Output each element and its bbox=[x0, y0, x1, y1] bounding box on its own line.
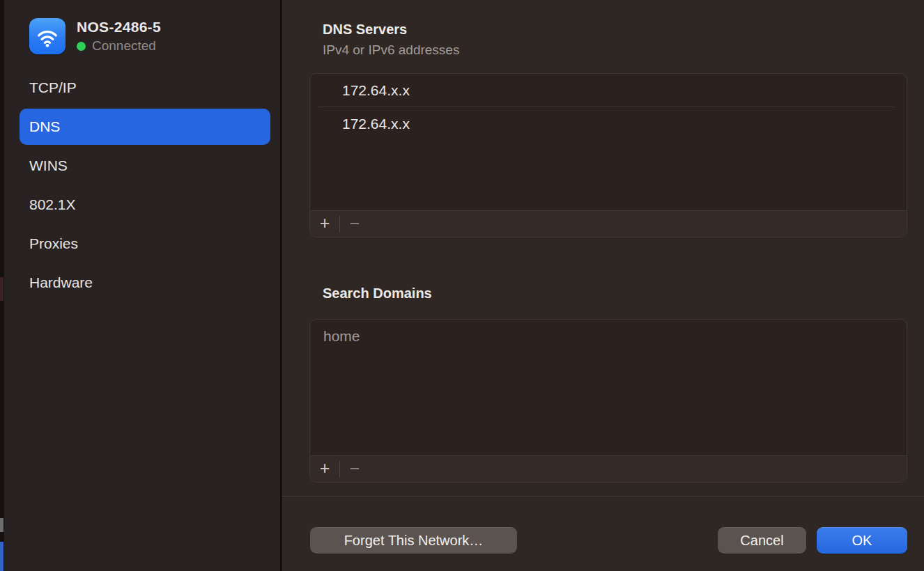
network-status: Connected bbox=[77, 38, 161, 54]
sidebar-item-tcpip[interactable]: TCP/IP bbox=[20, 70, 270, 106]
connected-status-label: Connected bbox=[92, 38, 156, 54]
ok-button[interactable]: OK bbox=[817, 527, 907, 554]
sidebar-item-8021x[interactable]: 802.1X bbox=[20, 187, 270, 223]
sidebar-item-wins[interactable]: WINS bbox=[20, 148, 270, 184]
sidebar-item-proxies[interactable]: Proxies bbox=[20, 226, 270, 262]
dns-servers-list-footer: + − bbox=[310, 210, 907, 237]
footer-divider bbox=[282, 496, 924, 496]
search-domains-list-footer: + − bbox=[310, 455, 907, 482]
wifi-details-window: NOS-2486-5 Connected TCP/IP DNS WINS 802… bbox=[0, 0, 924, 571]
add-search-domain-button[interactable]: + bbox=[310, 456, 339, 483]
background-window-fragment bbox=[0, 277, 3, 301]
search-domain-value: home bbox=[323, 328, 360, 345]
network-header: NOS-2486-5 Connected bbox=[29, 18, 161, 54]
forget-network-button[interactable]: Forget This Network… bbox=[310, 527, 517, 554]
sidebar-item-hardware[interactable]: Hardware bbox=[20, 265, 270, 301]
sidebar: NOS-2486-5 Connected TCP/IP DNS WINS 802… bbox=[4, 0, 280, 571]
dns-server-row[interactable]: 172.64.x.x bbox=[310, 107, 907, 141]
wifi-icon bbox=[29, 18, 66, 54]
dns-server-row[interactable]: 172.64.x.x bbox=[310, 74, 907, 107]
connected-status-dot bbox=[77, 42, 86, 51]
cancel-button[interactable]: Cancel bbox=[718, 527, 806, 554]
network-meta: NOS-2486-5 Connected bbox=[77, 19, 161, 54]
dns-server-value: 172.64.x.x bbox=[342, 82, 410, 99]
dns-server-value: 172.64.x.x bbox=[342, 116, 410, 132]
background-window-fragment bbox=[0, 542, 3, 571]
network-name: NOS-2486-5 bbox=[77, 19, 161, 36]
search-domains-listbox: home + − bbox=[309, 319, 907, 483]
dns-servers-subtitle: IPv4 or IPv6 addresses bbox=[323, 42, 459, 58]
sidebar-nav: TCP/IP DNS WINS 802.1X Proxies Hardware bbox=[20, 70, 270, 304]
add-dns-server-button[interactable]: + bbox=[310, 211, 339, 237]
dns-servers-listbox: 172.64.x.x 172.64.x.x + − bbox=[309, 73, 907, 237]
search-domains-rows: home bbox=[310, 320, 907, 353]
search-domain-row[interactable]: home bbox=[310, 320, 907, 353]
sidebar-item-dns[interactable]: DNS bbox=[20, 109, 270, 145]
content-panel: DNS Servers IPv4 or IPv6 addresses 172.6… bbox=[282, 0, 924, 571]
dns-servers-title: DNS Servers bbox=[323, 22, 407, 38]
search-domains-title: Search Domains bbox=[323, 286, 432, 302]
dns-servers-rows: 172.64.x.x 172.64.x.x bbox=[310, 74, 907, 141]
remove-search-domain-button[interactable]: − bbox=[340, 456, 369, 483]
remove-dns-server-button[interactable]: − bbox=[340, 211, 369, 237]
background-window-fragment bbox=[0, 518, 3, 532]
